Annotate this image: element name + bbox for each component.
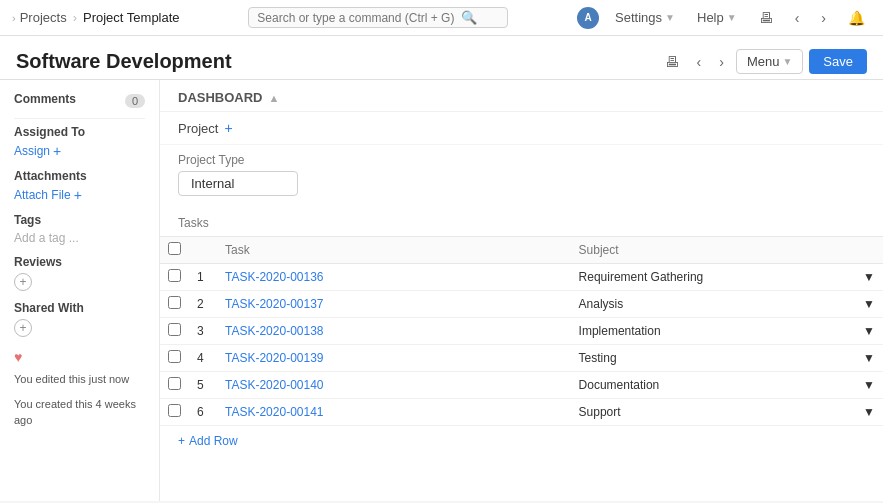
dashboard-label: DASHBOARD	[178, 90, 263, 105]
comments-count: 0	[125, 94, 145, 108]
nav-forward-button[interactable]: ›	[815, 6, 832, 30]
chevron-down-icon: ▼	[665, 12, 675, 23]
comments-label: Comments	[14, 92, 76, 106]
chevron-right-icon: ›	[12, 12, 16, 24]
row-num: 4	[189, 345, 217, 372]
row-task[interactable]: TASK-2020-00140	[217, 372, 571, 399]
row-task[interactable]: TASK-2020-00141	[217, 399, 571, 426]
prev-button[interactable]: ‹	[691, 50, 708, 74]
col-header-num	[189, 237, 217, 264]
activity-entry-1: You edited this just now	[14, 371, 145, 388]
assign-button[interactable]: Assign +	[14, 143, 145, 159]
chevron-down-icon: ▼	[727, 12, 737, 23]
topbar: › Projects › Project Template 🔍 A Settin…	[0, 0, 883, 36]
row-expand-button[interactable]: ▼	[847, 291, 883, 318]
chevron-down-icon: ▼	[782, 56, 792, 67]
print-button[interactable]: 🖶	[753, 6, 779, 30]
row-checkbox[interactable]	[168, 404, 181, 417]
row-checkbox-cell	[160, 399, 189, 426]
assign-label: Assign	[14, 144, 50, 158]
row-expand-button[interactable]: ▼	[847, 372, 883, 399]
row-task[interactable]: TASK-2020-00139	[217, 345, 571, 372]
row-checkbox[interactable]	[168, 323, 181, 336]
plus-icon: +	[53, 143, 61, 159]
row-expand-button[interactable]: ▼	[847, 318, 883, 345]
main-layout: Comments 0 Assigned To Assign + Attachme…	[0, 80, 883, 501]
row-num: 2	[189, 291, 217, 318]
save-button[interactable]: Save	[809, 49, 867, 74]
help-button[interactable]: Help ▼	[691, 8, 743, 27]
attach-file-label: Attach File	[14, 188, 71, 202]
settings-button[interactable]: Settings ▼	[609, 8, 681, 27]
attach-file-button[interactable]: Attach File +	[14, 187, 145, 203]
table-row: 1 TASK-2020-00136 Requirement Gathering …	[160, 264, 883, 291]
row-subject: Requirement Gathering	[571, 264, 847, 291]
project-label: Project	[178, 121, 218, 136]
page-title: Software Development	[16, 44, 232, 79]
print-icon-button[interactable]: 🖶	[659, 50, 685, 74]
add-review-button[interactable]: +	[14, 273, 32, 291]
row-task[interactable]: TASK-2020-00136	[217, 264, 571, 291]
row-checkbox[interactable]	[168, 296, 181, 309]
select-all-checkbox[interactable]	[168, 242, 181, 255]
row-task[interactable]: TASK-2020-00137	[217, 291, 571, 318]
add-tag-input[interactable]: Add a tag ...	[14, 231, 145, 245]
attachments-label: Attachments	[14, 169, 145, 183]
row-subject: Support	[571, 399, 847, 426]
row-checkbox-cell	[160, 372, 189, 399]
add-row-button[interactable]: + Add Row	[178, 434, 238, 448]
row-expand-button[interactable]: ▼	[847, 399, 883, 426]
add-project-button[interactable]: +	[224, 120, 232, 136]
col-header-subject: Subject	[571, 237, 847, 264]
chevron-up-icon: ▲	[269, 92, 280, 104]
page-header-actions: 🖶 ‹ › Menu ▼ Save	[659, 49, 867, 74]
table-row: 2 TASK-2020-00137 Analysis ▼	[160, 291, 883, 318]
search-input[interactable]	[257, 11, 457, 25]
settings-label: Settings	[615, 10, 662, 25]
project-type-label: Project Type	[178, 153, 865, 167]
plus-icon: +	[74, 187, 82, 203]
dashboard-header[interactable]: DASHBOARD ▲	[160, 80, 883, 112]
tasks-table: Task Subject 1 TASK-2020-00136 Requireme…	[160, 236, 883, 426]
search-bar: 🔍	[248, 7, 508, 28]
row-checkbox-cell	[160, 264, 189, 291]
tags-label: Tags	[14, 213, 145, 227]
reviews-label: Reviews	[14, 255, 145, 269]
page-header: Software Development 🖶 ‹ › Menu ▼ Save	[0, 36, 883, 80]
row-checkbox[interactable]	[168, 350, 181, 363]
add-shared-button[interactable]: +	[14, 319, 32, 337]
next-button[interactable]: ›	[713, 50, 730, 74]
col-header-task: Task	[217, 237, 571, 264]
projects-link[interactable]: Projects	[20, 10, 67, 25]
row-num: 6	[189, 399, 217, 426]
col-header-action	[847, 237, 883, 264]
add-row-label: Add Row	[189, 434, 238, 448]
row-num: 5	[189, 372, 217, 399]
row-expand-button[interactable]: ▼	[847, 264, 883, 291]
table-row: 5 TASK-2020-00140 Documentation ▼	[160, 372, 883, 399]
nav-back-button[interactable]: ‹	[789, 6, 806, 30]
tasks-section: Tasks Task Subject 1 TASK-2020-	[160, 204, 883, 464]
activity-1-text: You edited this just now	[14, 373, 129, 385]
activity-2-text: You created this 4 weeks ago	[14, 398, 136, 427]
row-checkbox-cell	[160, 318, 189, 345]
row-checkbox[interactable]	[168, 269, 181, 282]
help-label: Help	[697, 10, 724, 25]
table-row: 4 TASK-2020-00139 Testing ▼	[160, 345, 883, 372]
notification-button[interactable]: 🔔	[842, 6, 871, 30]
breadcrumb-separator: ›	[73, 10, 77, 25]
row-checkbox[interactable]	[168, 377, 181, 390]
row-expand-button[interactable]: ▼	[847, 345, 883, 372]
project-section: Project +	[160, 112, 883, 145]
menu-button[interactable]: Menu ▼	[736, 49, 803, 74]
row-subject: Analysis	[571, 291, 847, 318]
plus-icon: +	[178, 434, 185, 448]
shared-with-label: Shared With	[14, 301, 145, 315]
row-task[interactable]: TASK-2020-00138	[217, 318, 571, 345]
assigned-to-label: Assigned To	[14, 125, 145, 139]
table-row: 6 TASK-2020-00141 Support ▼	[160, 399, 883, 426]
project-type-value[interactable]: Internal	[178, 171, 298, 196]
current-page-label: Project Template	[83, 10, 180, 25]
topbar-actions: A Settings ▼ Help ▼ 🖶 ‹ › 🔔	[577, 6, 871, 30]
activity-entry-2: You created this 4 weeks ago	[14, 396, 145, 429]
